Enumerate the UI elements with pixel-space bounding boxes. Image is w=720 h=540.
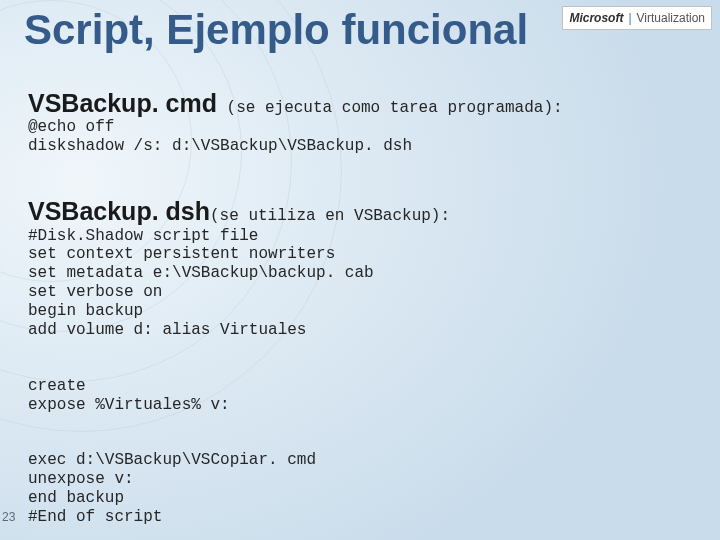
section-create: create expose %Virtuales% v:: [28, 377, 688, 415]
logo-ms: Microsoft: [569, 11, 623, 25]
code-create: create expose %Virtuales% v:: [28, 377, 230, 414]
section-vsbackup-cmd: VSBackup. cmd (se ejecuta como tarea pro…: [28, 89, 688, 156]
slide-title: Script, Ejemplo funcional: [24, 6, 528, 54]
code-vsbackup-dsh: #Disk.Shadow script file set context per…: [28, 227, 374, 339]
section-exec: exec d:\VSBackup\VSCopiar. cmd unexpose …: [28, 451, 688, 527]
code-vsbackup-cmd: @echo off diskshadow /s: d:\VSBackup\VSB…: [28, 118, 412, 155]
note-vsbackup-cmd: (se ejecuta como tarea programada):: [217, 99, 563, 117]
page-number: 23: [2, 510, 15, 524]
section-vsbackup-dsh: VSBackup. dsh(se utiliza en VSBackup): #…: [28, 197, 688, 340]
note-vsbackup-dsh: (se utiliza en VSBackup):: [210, 207, 450, 225]
microsoft-virtualization-logo: Microsoft | Virtualization: [562, 6, 712, 30]
heading-vsbackup-dsh: VSBackup. dsh: [28, 197, 210, 225]
heading-vsbackup-cmd: VSBackup. cmd: [28, 89, 217, 117]
code-exec: exec d:\VSBackup\VSCopiar. cmd unexpose …: [28, 451, 316, 526]
logo-virt: Virtualization: [637, 11, 705, 25]
slide-body: VSBackup. cmd (se ejecuta como tarea pro…: [28, 70, 688, 540]
logo-sep: |: [628, 11, 631, 25]
